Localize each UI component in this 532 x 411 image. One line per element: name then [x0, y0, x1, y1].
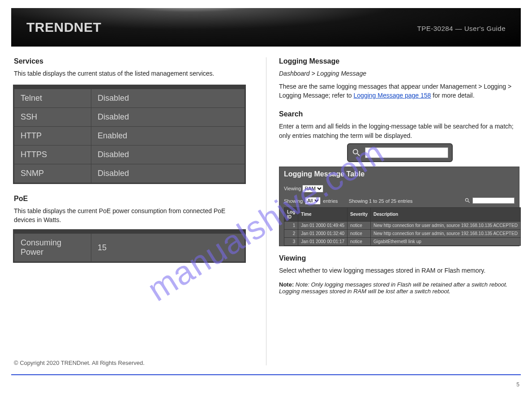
search-input[interactable] — [365, 147, 448, 158]
table-row: SSHDisabled — [14, 107, 245, 126]
services-table: TelnetDisabled SSHDisabled HTTPEnabled H… — [14, 86, 245, 183]
viewing-desc: Select whether to view logging messages … — [279, 266, 521, 275]
table-row: HTTPEnabled — [14, 126, 245, 145]
page-number: 5 — [516, 381, 519, 388]
search-desc: Enter a term and all fields in the loggi… — [279, 122, 521, 140]
header-banner: TRENDNET TPE-30284 — User's Guide — [11, 8, 521, 47]
table-row: 2Jan 01 2000 01:32:40noticeNew http conn… — [284, 229, 521, 237]
left-column: Services This table displays the current… — [11, 57, 266, 365]
copyright-text: © Copyright 2020 TRENDnet. All Rights Re… — [14, 360, 145, 366]
log-search-input[interactable] — [472, 197, 515, 204]
table-row: SNMPDisabled — [14, 164, 245, 183]
model-label: TPE-30284 — User's Guide — [417, 25, 506, 32]
breadcrumb: Dashboard > Logging Message — [279, 69, 521, 78]
viewing-heading: Viewing — [279, 254, 521, 262]
log-title: Logging Message Table — [279, 167, 519, 181]
logging-intro: These are the same logging messages that… — [279, 82, 521, 100]
table-row: 1Jan 01 2000 01:49:45noticeNew http conn… — [284, 221, 521, 229]
table-row: Consuming Power15 — [14, 234, 245, 262]
logging-message-link[interactable]: Logging Message page 158 — [354, 92, 431, 99]
services-heading: Services — [14, 57, 248, 65]
note-text: Note: Note: Only logging messages stored… — [279, 281, 521, 295]
logging-heading: Logging Message — [279, 57, 521, 65]
search-icon — [464, 197, 471, 204]
table-row: 3Jan 01 2000 00:01:17noticeGigabitEthern… — [284, 237, 521, 245]
poe-intro: This table displays the current PoE powe… — [14, 206, 248, 225]
brand-logo: TRENDNET — [26, 20, 101, 35]
poe-table: Consuming Power15 — [14, 230, 245, 262]
services-intro: This table displays the current status o… — [14, 69, 248, 78]
table-row: TelnetDisabled — [14, 89, 245, 107]
poe-heading: PoE — [14, 195, 248, 203]
search-heading: Search — [279, 110, 521, 118]
viewing-select[interactable]: RAM — [302, 185, 323, 193]
right-column: Logging Message Dashboard > Logging Mess… — [266, 57, 521, 365]
logging-message-table: Logging Message Table Viewing RAM Showin… — [279, 167, 519, 246]
entries-range: Showing 1 to 25 of 25 entries — [349, 198, 412, 203]
entries-select[interactable]: All — [305, 197, 321, 205]
search-box — [347, 143, 453, 162]
table-row: HTTPSDisabled — [14, 145, 245, 164]
search-icon — [352, 148, 361, 158]
footer-rule — [11, 374, 521, 375]
